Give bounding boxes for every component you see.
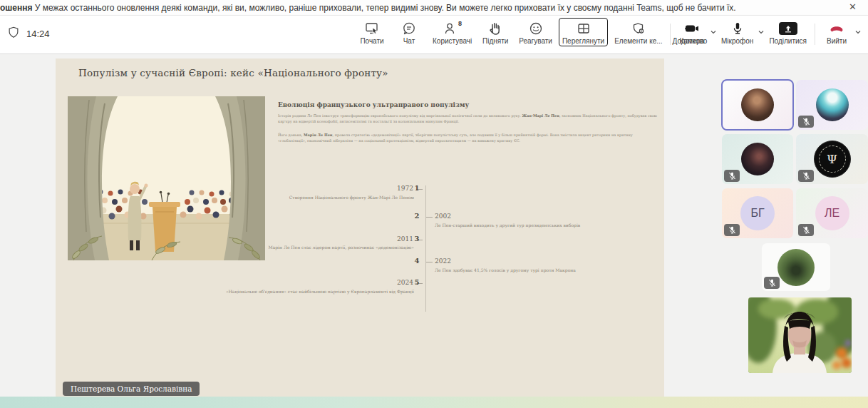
timeline-description: «Національне об'єднання» стає найбільшою… [200,289,414,295]
divider [815,24,815,45]
button-label: Поділитися [769,37,807,45]
meeting-toolbar: 14:24 Почати Чат 8 Користувачі Підняти [0,16,868,54]
notification-bar: ошення У межах останнього оновлення деяк… [0,0,868,16]
button-label: Мікрофон [721,37,753,45]
people-icon: 8 [443,21,461,36]
timeline-tick [426,262,433,262]
participant-count-badge: 8 [458,20,462,27]
button-label: Елементи ке... [614,37,662,45]
participant-tile-7[interactable] [762,243,830,291]
avatar [777,249,815,286]
microphone-icon [730,21,745,36]
muted-mic-icon [764,277,780,289]
timeline-description: Ле Пен здобуває 41,5% голосів у другому … [435,267,641,274]
muted-mic-icon [798,116,814,128]
camera-icon [683,21,701,36]
shield-gear-icon [631,21,646,36]
presenter-video-tile[interactable] [748,297,852,373]
camera-button[interactable]: Камера [675,18,709,46]
timeline-number: 4 [412,257,422,265]
muted-mic-icon [724,170,740,182]
microphone-chevron-icon[interactable] [757,26,765,39]
trident-emblem-icon: Ψ [819,146,846,173]
button-label: Переглянути [562,37,604,45]
timer-text: 14:24 [26,29,50,39]
section-heading: Еволюція французького ультраправого попу… [278,101,469,108]
start-share-button[interactable]: Почати [355,18,389,46]
muted-mic-icon [724,224,740,236]
timeline-number: 5 [412,278,422,286]
smiley-icon [528,21,544,36]
button-label: Користувачі [433,37,472,45]
avatar [816,88,849,121]
chat-button[interactable]: Чат [392,18,426,46]
react-button[interactable]: Реагувати [515,18,556,46]
raise-hand-button[interactable]: Підняти [478,18,512,46]
button-label: Підняти [482,37,508,45]
presenter-name-label: Пештерева Ольга Ярославівна [63,382,200,396]
timeline-year: 2022 [435,257,451,265]
button-label: Чат [403,37,415,45]
participant-tile-6[interactable]: ЛЕ [796,188,868,238]
microphone-button[interactable]: Мікрофон [718,18,757,46]
participants-button[interactable]: 8 Користувачі [429,18,475,46]
shield-icon [7,26,20,41]
close-icon[interactable]: ✕ [849,1,857,12]
share-screen-icon [779,21,797,36]
slide-paragraph-2: Його донька, Марін Ле Пен, провела страт… [278,133,649,144]
timeline-number: 3 [412,235,422,243]
timeline-description: Ле Пен-старший виходить у другий тур пре… [435,223,641,229]
raised-hand-icon [488,21,502,36]
leave-chevron-icon[interactable] [854,26,862,39]
initials-avatar: ЛЕ [815,196,849,230]
toolbar-buttons: Почати Чат 8 Користувачі Підняти Реагува… [355,18,711,46]
hang-up-icon [828,21,845,36]
taskbar-edge: 14:39 [0,397,868,408]
muted-mic-icon [798,224,814,236]
grid-view-icon [576,21,591,36]
stage-speech-illustration [68,96,265,260]
control-elements-button[interactable]: Елементи ке... [611,18,666,46]
participant-tile-3[interactable] [722,134,793,184]
button-label: Почати [360,37,383,45]
avatar-emblem: Ψ [814,141,851,178]
chat-icon [401,21,417,36]
timeline-description: Марін Ле Пен стає лідером партії, розпоч… [172,245,414,251]
button-label: Камера [680,37,705,45]
notification-text: ошення У межах останнього оновлення деяк… [0,3,736,13]
leave-button[interactable]: Вийти [820,18,854,46]
participant-tile-4[interactable]: Ψ [796,134,868,184]
timeline-year: 2024 [356,279,413,286]
view-button[interactable]: Переглянути [559,18,608,46]
participant-tile-2[interactable] [796,80,868,130]
slide-title: Популізм у сучасній Європі: кейс «Націон… [78,67,388,78]
divider [670,24,671,45]
timeline-year: 2011 [356,235,413,243]
share-button[interactable]: Поділитися [765,18,810,46]
timeline-number: 2 [412,212,422,220]
timeline-tick [426,217,433,218]
timeline-year: 2002 [435,213,451,220]
shared-presentation-slide[interactable]: Популізм у сучасній Європі: кейс «Націон… [56,58,664,397]
timeline-year: 1972 [356,185,413,192]
screen-share-icon [364,21,380,36]
button-label: Реагувати [519,37,552,45]
participant-tile-1[interactable] [722,80,793,130]
button-label: Вийти [827,37,847,45]
meeting-stage: Популізм у сучасній Європі: кейс «Націон… [0,54,868,397]
slide-paragraph-1: Історія родини Ле Пен ілюструє трансформ… [278,113,666,125]
meeting-timer: 14:24 [7,26,50,41]
participant-tile-5[interactable]: БГ [722,188,793,238]
avatar [741,88,774,121]
timeline-axis [425,185,426,312]
toolbar-right-group: Камера Мікрофон Поділитися Вийти [666,18,862,46]
initials-avatar: БГ [740,196,775,230]
timeline-number: 1 [412,184,422,192]
avatar [741,143,774,175]
muted-mic-icon [798,170,814,182]
timeline-description: Створення Національного фронту Жан-Марі … [172,195,414,201]
camera-chevron-icon[interactable] [709,26,718,39]
